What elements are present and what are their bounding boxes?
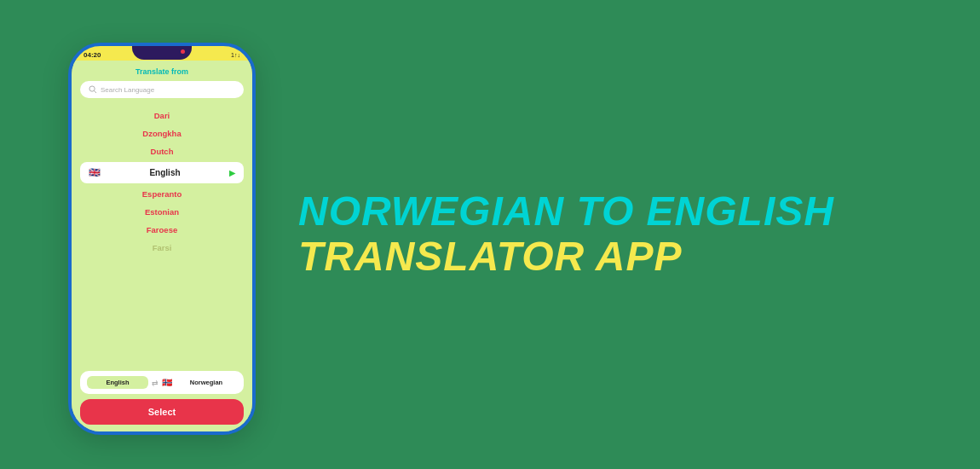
list-item[interactable]: Farsi [80,239,244,257]
english-bottom-btn[interactable]: English [87,376,148,389]
translate-from-label: Translate from [135,67,188,76]
list-item[interactable]: Estonian [80,203,244,221]
list-item[interactable]: Esperanto [80,185,244,203]
phone-frame: 04:20 1↑↓ Translate from Search Language… [68,43,256,435]
headline-section: NORWEGIAN TO ENGLISH TRANSLATOR APP [256,189,980,280]
search-icon [89,85,97,94]
select-button[interactable]: Select [80,399,244,425]
headline-line2: TRANSLATOR APP [298,234,682,280]
phone-notch [132,46,192,60]
list-item[interactable]: Faroese [80,221,244,239]
status-time: 04:20 [84,51,101,59]
english-flag: 🇬🇧 [89,167,101,178]
svg-line-1 [95,91,96,93]
search-bar[interactable]: Search Language [80,81,244,98]
language-list: Dari Dzongkha Dutch 🇬🇧 English ▶ Esperan… [80,107,244,364]
list-item-english-selected[interactable]: 🇬🇧 English ▶ [80,162,244,183]
status-icons: 1↑↓ [231,52,240,58]
notch-dot [181,49,185,54]
english-label: English [149,168,180,177]
bottom-language-bar: English ⇄ 🇳🇴 Norwegian [80,371,244,394]
signal-icon: 1↑↓ [231,52,240,58]
play-icon: ▶ [229,169,235,177]
norwegian-flag: 🇳🇴 [162,378,172,387]
headline-line1: NORWEGIAN TO ENGLISH [298,189,834,234]
list-item[interactable]: Dzongkha [80,124,244,142]
search-placeholder: Search Language [101,86,154,94]
norwegian-bottom-btn[interactable]: Norwegian [176,376,237,389]
list-item[interactable]: Dutch [80,142,244,160]
app-screen: Translate from Search Language Dari Dzon… [72,61,252,431]
swap-arrows-icon[interactable]: ⇄ [152,379,159,387]
list-item[interactable]: Dari [80,107,244,124]
phone-mockup: 04:20 1↑↓ Translate from Search Language… [68,43,256,435]
